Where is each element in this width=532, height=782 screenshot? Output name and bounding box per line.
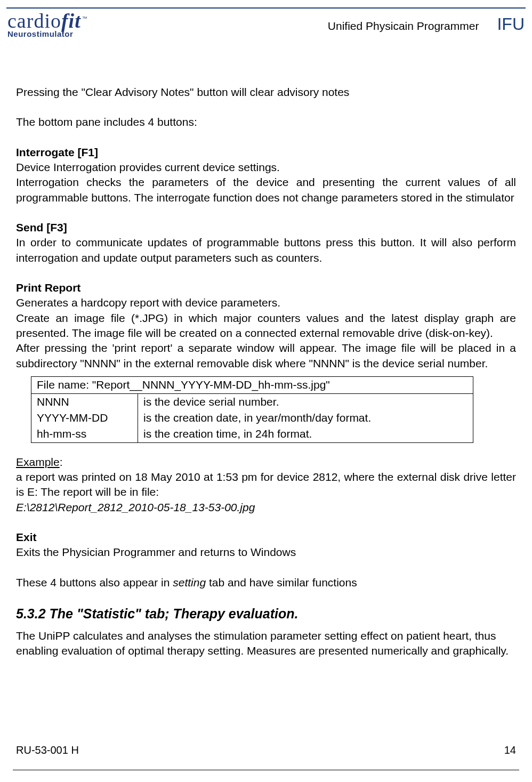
example-colon: :	[60, 456, 63, 468]
exit-heading: Exit	[16, 530, 516, 545]
interrogate-heading: Interrogate [F1]	[16, 145, 516, 160]
header-right: Unified Physicain Programmer IFU	[328, 13, 525, 36]
outro-line: These 4 buttons also appear in setting t…	[16, 575, 516, 590]
intro-line2: The bottom pane includes 4 buttons:	[16, 115, 516, 130]
example-label: Example	[16, 456, 60, 468]
interrogate-line2: Interrogation checks the parameters of t…	[16, 175, 516, 205]
table-row: hh-mm-ss is the creation time, in 24h fo…	[31, 426, 473, 442]
outro-p2: tab and have similar functions	[206, 576, 357, 588]
print-line1: Generates a hardcopy report with device …	[16, 295, 516, 310]
table-cell: NNNN	[31, 393, 138, 410]
print-block: Print Report Generates a hardcopy report…	[16, 280, 516, 371]
page-content: Pressing the "Clear Advisory Notes" butt…	[0, 43, 532, 658]
table-row: File name: "Report__NNNN_YYYY-MM-DD_hh-m…	[31, 377, 473, 393]
print-heading: Print Report	[16, 280, 516, 295]
logo-main: cardiofit™	[7, 11, 88, 31]
print-line2: Create an image file (*.JPG) in which ma…	[16, 311, 516, 341]
example-block: Example: a report was printed on 18 May …	[16, 455, 516, 515]
logo-tm: ™	[82, 15, 88, 21]
logo-subtitle: Neurostimulator	[7, 30, 88, 38]
footer-page: 14	[504, 743, 516, 757]
brand-logo: cardiofit™ Neurostimulator	[7, 11, 88, 38]
footer-docid: RU-53-001 H	[16, 743, 79, 757]
table-cell: is the creation time, in 24h format.	[138, 426, 473, 442]
interrogate-line1: Device Interrogation provides current de…	[16, 160, 516, 175]
send-heading: Send [F3]	[16, 220, 516, 235]
footer-wrap: RU-53-001 H 14	[0, 770, 532, 770]
page-footer: RU-53-001 H 14	[0, 741, 532, 757]
example-line1: a report was printed on 18 May 2010 at 1…	[16, 470, 516, 500]
table-cell: is the creation date, in year/month/day …	[138, 410, 473, 426]
outro-p1: These 4 buttons also appear in	[16, 576, 173, 588]
send-block: Send [F3] In order to communicate update…	[16, 220, 516, 265]
logo-fit: fit	[61, 10, 81, 32]
page-header: cardiofit™ Neurostimulator Unified Physi…	[0, 9, 532, 43]
outro-italic: setting	[173, 576, 206, 588]
print-line3: After pressing the 'print report' a sepa…	[16, 341, 516, 371]
exit-block: Exit Exits the Physician Programmer and …	[16, 530, 516, 560]
logo-cardio: cardio	[7, 10, 61, 32]
example-line2: E:\2812\Report_2812_2010-05-18_13-53-00.…	[16, 500, 516, 515]
header-ifu: IFU	[497, 13, 525, 36]
section-5-3-2-body: The UniPP calculates and analyses the st…	[16, 628, 516, 659]
table-header-cell: File name: "Report__NNNN_YYYY-MM-DD_hh-m…	[31, 377, 473, 393]
header-title: Unified Physicain Programmer	[328, 19, 479, 34]
example-label-line: Example:	[16, 455, 516, 470]
table-cell: YYYY-MM-DD	[31, 410, 138, 426]
table-row: YYYY-MM-DD is the creation date, in year…	[31, 410, 473, 426]
interrogate-block: Interrogate [F1] Device Interrogation pr…	[16, 145, 516, 205]
section-5-3-2-heading: 5.3.2 The "Statistic" tab; Therapy evalu…	[16, 605, 516, 623]
table-row: NNNN is the device serial number.	[31, 393, 473, 410]
filename-table: File name: "Report__NNNN_YYYY-MM-DD_hh-m…	[31, 376, 473, 442]
table-cell: hh-mm-ss	[31, 426, 138, 442]
intro-line1: Pressing the "Clear Advisory Notes" butt…	[16, 85, 516, 100]
footer-rule	[13, 770, 519, 770]
table-cell: is the device serial number.	[138, 393, 473, 410]
exit-line1: Exits the Physician Programmer and retur…	[16, 545, 516, 560]
send-line1: In order to communicate updates of progr…	[16, 235, 516, 265]
